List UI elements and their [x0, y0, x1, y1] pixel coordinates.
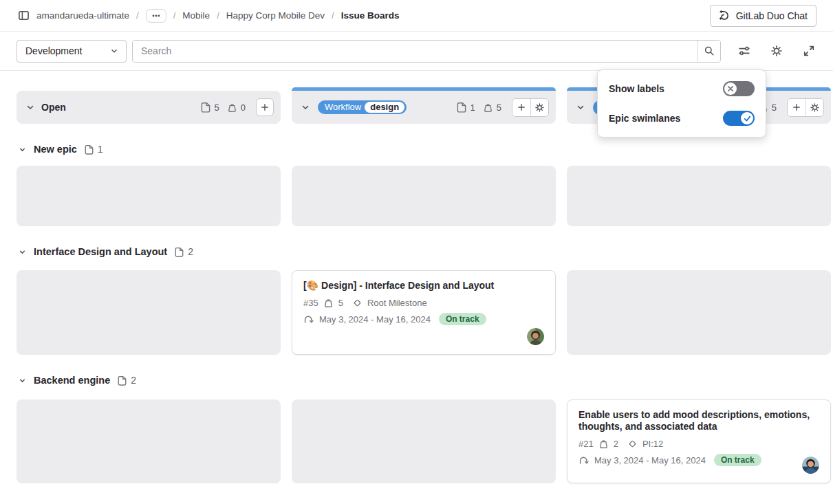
epic-swimlanes-toggle[interactable] — [723, 111, 755, 126]
breadcrumb-group[interactable]: amandarueda-ultimate — [36, 10, 129, 21]
expand-board-button[interactable] — [801, 43, 816, 58]
milestone-icon — [352, 298, 363, 308]
gear-icon — [810, 102, 820, 113]
iteration-icon — [578, 454, 589, 465]
weight-count: 5 — [772, 102, 777, 113]
chevron-down-icon — [300, 102, 311, 113]
swimlane-interface-design: Interface Design and Layout 2 — [17, 244, 833, 259]
column-title: Open — [41, 102, 66, 113]
issue-count: 1 — [470, 102, 475, 113]
board-switcher-dropdown[interactable]: Development — [17, 40, 127, 63]
breadcrumb-ellipsis-button[interactable] — [146, 9, 166, 23]
filtered-search-box — [132, 40, 721, 63]
swimlane-backend-engine: Backend engine 2 — [17, 373, 833, 388]
breadcrumb: amandarueda-ultimate / / Mobile / Happy … — [36, 9, 399, 23]
swimlane-collapse-button[interactable] — [17, 375, 28, 386]
swimlane-row: Enable users to add mood descriptions, e… — [17, 399, 833, 483]
swimlane-collapse-button[interactable] — [17, 144, 28, 155]
column-collapse-button[interactable] — [299, 100, 312, 114]
list-settings-button[interactable] — [805, 99, 823, 116]
swimlane-collapse-button[interactable] — [17, 246, 28, 258]
show-labels-label: Show labels — [609, 83, 664, 94]
chevron-down-icon — [575, 102, 586, 113]
add-issue-button[interactable] — [788, 99, 805, 116]
swimlane-issue-count: 2 — [131, 375, 136, 386]
chevron-down-icon — [18, 145, 27, 154]
assignee-avatar[interactable] — [527, 328, 544, 345]
add-issue-button[interactable] — [512, 99, 530, 116]
board-settings-gear-button[interactable] — [769, 43, 784, 58]
expand-icon — [803, 45, 815, 57]
issue-count-icon — [117, 375, 127, 386]
add-issue-button[interactable] — [256, 98, 274, 116]
issue-milestone: Root Milestone — [367, 298, 427, 308]
swimlane-row: [🎨 Design] - Interface Design and Layout… — [17, 270, 833, 355]
issue-count-icon — [200, 102, 211, 113]
chevron-down-icon — [18, 376, 27, 385]
issue-title[interactable]: [🎨 Design] - Interface Design and Layout — [303, 280, 544, 292]
duo-chat-icon — [719, 10, 731, 21]
search-input[interactable] — [133, 41, 697, 62]
chevron-down-icon — [18, 248, 27, 256]
check-icon — [744, 115, 751, 122]
issue-weight: 2 — [614, 439, 618, 449]
column-collapse-button[interactable] — [574, 100, 587, 114]
breadcrumb-separator: / — [215, 10, 221, 21]
column-scoped-label: Workflow design — [318, 100, 407, 114]
issue-dates: May 3, 2024 - May 16, 2024 — [319, 314, 431, 325]
issue-count-icon — [84, 144, 94, 155]
weight-count: 5 — [497, 102, 501, 113]
issue-count-icon — [174, 247, 184, 257]
x-icon — [727, 85, 734, 92]
board-config-sliders-button[interactable] — [737, 43, 752, 58]
label-value: design — [365, 102, 404, 113]
board-switcher-value: Development — [25, 45, 83, 56]
list-settings-button[interactable] — [530, 99, 548, 116]
issue-card-35[interactable]: [🎨 Design] - Interface Design and Layout… — [292, 270, 556, 355]
ellipsis-icon — [152, 14, 160, 17]
weight-icon — [227, 102, 237, 113]
breadcrumb-subgroup[interactable]: Mobile — [182, 10, 210, 21]
panel-left-icon — [18, 10, 30, 21]
issue-weight: 5 — [338, 298, 343, 308]
empty-lane-cell — [567, 270, 831, 355]
milestone-icon — [627, 439, 638, 449]
assignee-avatar[interactable] — [802, 457, 819, 474]
chevron-down-icon — [109, 46, 119, 56]
weight-icon — [598, 439, 609, 449]
column-collapse-button[interactable] — [23, 100, 37, 114]
show-labels-toggle[interactable] — [723, 81, 755, 96]
weight-icon — [323, 298, 334, 308]
gear-icon — [770, 45, 783, 57]
epic-swimlanes-label: Epic swimlanes — [609, 113, 680, 124]
issue-title[interactable]: Enable users to add mood descriptions, e… — [578, 409, 819, 432]
swimlane-row — [17, 166, 833, 226]
plus-icon — [792, 102, 801, 112]
plus-icon — [260, 102, 270, 112]
swimlane-issue-count: 1 — [98, 144, 103, 155]
breadcrumb-separator: / — [330, 10, 336, 21]
board-actions — [737, 43, 816, 58]
issue-card-21[interactable]: Enable users to add mood descriptions, e… — [567, 399, 831, 483]
chevron-down-icon — [25, 102, 36, 113]
empty-lane-cell — [17, 166, 281, 226]
label-scope: Workflow — [325, 102, 361, 113]
swimlane-title: Interface Design and Layout — [34, 246, 167, 257]
issue-count-icon — [456, 102, 467, 113]
filter-bar: Development — [0, 32, 833, 71]
weight-icon — [483, 102, 493, 113]
issue-milestone: PI:12 — [642, 439, 663, 449]
swimlane-title: New epic — [34, 144, 77, 155]
breadcrumb-separator: / — [172, 10, 177, 21]
iteration-icon — [303, 314, 314, 325]
breadcrumb-current-page: Issue Boards — [341, 10, 400, 21]
gitlab-duo-chat-button[interactable]: GitLab Duo Chat — [710, 5, 816, 27]
column-open: Open 5 0 — [17, 87, 281, 124]
empty-lane-cell — [292, 166, 556, 226]
breadcrumb-project[interactable]: Happy Corp Mobile Dev — [226, 10, 325, 21]
sidebar-toggle-button[interactable] — [17, 8, 31, 23]
health-status-badge: On track — [439, 313, 486, 325]
health-status-badge: On track — [714, 454, 761, 466]
search-icon — [704, 45, 715, 56]
search-button[interactable] — [697, 41, 720, 62]
